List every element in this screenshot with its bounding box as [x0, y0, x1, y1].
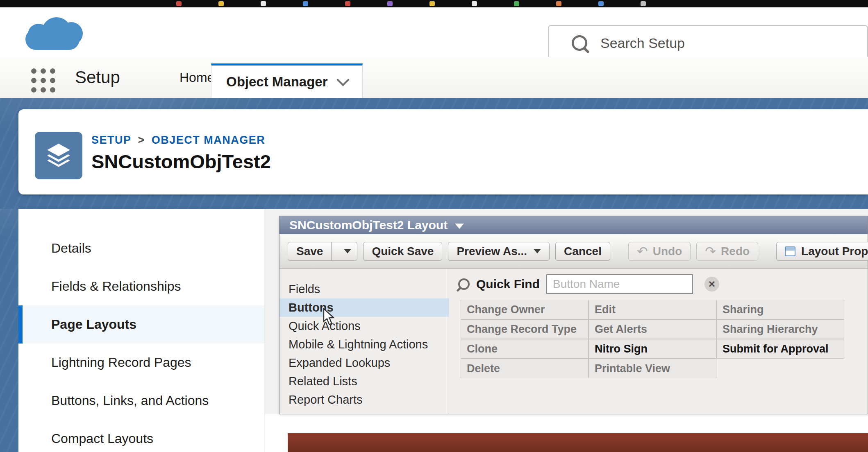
quick-find-input[interactable] [546, 274, 693, 294]
palette-category-expanded-lookups[interactable]: Expanded Lookups [279, 354, 449, 372]
quick-find-search-icon [458, 278, 470, 290]
sidebar-item-fields-relationships[interactable]: Fields & Relationships [18, 267, 264, 305]
favicon-dot [598, 1, 604, 6]
left-margin-strip [0, 209, 18, 452]
palette-button-clone[interactable]: Clone [461, 339, 589, 359]
setup-banner: SETUP > OBJECT MANAGER SNCustomObjTest2 [0, 98, 868, 209]
palette-category-buttons[interactable]: Buttons [279, 298, 449, 317]
search-icon [572, 35, 587, 51]
palette-button-label: Submit for Approval [723, 343, 829, 355]
favicon-row [176, 1, 646, 6]
favicon-dot [387, 1, 393, 6]
palette-button-label: Change Owner [467, 303, 545, 316]
sidebar-item-lightning-record-pages[interactable]: Lightning Record Pages [18, 344, 264, 382]
redo-button[interactable]: ↷ Redo [696, 242, 758, 261]
favicon-dot [261, 1, 266, 6]
save-dropdown-button[interactable] [332, 242, 357, 261]
breadcrumb-object-manager[interactable]: OBJECT MANAGER [152, 134, 266, 147]
palette-button-sharing[interactable]: Sharing [716, 300, 844, 319]
preview-as-button[interactable]: Preview As... [448, 242, 550, 261]
undo-button[interactable]: ↶ Undo [628, 242, 691, 261]
palette-button-submit-for-approval[interactable]: Submit for Approval [716, 339, 844, 359]
global-header [0, 7, 868, 57]
layout-properties-icon [785, 246, 795, 256]
setup-nav-bar: Setup Home Object Manager [0, 57, 868, 98]
palette-button-sharing-hierarchy[interactable]: Sharing Hierarchy [716, 319, 844, 339]
sidebar-item-label: Lightning Record Pages [51, 355, 191, 370]
favicon-dot [345, 1, 350, 6]
sidebar-item-buttons-links-and-actions[interactable]: Buttons, Links, and Actions [18, 382, 264, 420]
layout-properties-button[interactable]: Layout Properties [776, 242, 868, 261]
favicon-dot [514, 1, 519, 6]
palette-button-label: Sharing [723, 303, 764, 316]
palette-category-fields[interactable]: Fields [279, 280, 449, 298]
cancel-button[interactable]: Cancel [555, 242, 610, 261]
layout-editor: SNCustomObjTest2 Layout Save Quick Save … [279, 216, 868, 414]
caret-down-icon [455, 224, 464, 229]
palette-button-label: Nitro Sign [595, 343, 648, 355]
palette-category-label: Report Charts [289, 393, 363, 407]
palette-category-related-lists[interactable]: Related Lists [279, 372, 449, 391]
favicon-dot [472, 1, 477, 6]
redo-icon: ↷ [705, 245, 716, 258]
favicon-dot [429, 1, 435, 6]
layout-toolbar: Save Quick Save Preview As... Cancel ↶ U… [279, 234, 868, 269]
save-button[interactable]: Save [288, 242, 332, 261]
sidebar-item-label: Fields & Relationships [51, 279, 181, 294]
sidebar-item-label: Details [51, 241, 91, 256]
palette-button-label: Printable View [595, 362, 670, 375]
setup-search-box [548, 25, 868, 61]
breadcrumb-separator: > [138, 134, 145, 147]
app-launcher-icon[interactable] [31, 68, 55, 93]
palette-button-grid: Change Owner Edit Sharing Change Record … [461, 300, 844, 378]
clear-button[interactable]: × [704, 277, 719, 292]
layers-icon [43, 140, 74, 171]
section-header-bar [288, 433, 868, 452]
palette-button-label: Edit [595, 303, 616, 316]
palette-button-label: Change Record Type [467, 323, 577, 336]
palette-categories: Fields Buttons Quick Actions Mobile & Li… [279, 269, 449, 414]
chevron-down-icon [336, 73, 349, 86]
browser-topbar [0, 0, 868, 7]
tab-object-manager-label: Object Manager [226, 74, 328, 90]
save-split-button: Save [288, 242, 357, 261]
quick-find-label: Quick Find [476, 277, 540, 291]
palette-category-label: Fields [289, 282, 320, 296]
sidebar-item-page-layouts[interactable]: Page Layouts [18, 305, 264, 344]
favicon-dot [556, 1, 561, 6]
palette-category-mobile-lightning-actions[interactable]: Mobile & Lightning Actions [279, 335, 449, 354]
palette-button-get-alerts[interactable]: Get Alerts [589, 319, 716, 339]
sidebar-item-label: Compact Layouts [51, 431, 153, 446]
palette-button-change-record-type[interactable]: Change Record Type [461, 319, 589, 339]
setup-label: Setup [75, 57, 120, 98]
palette-button-edit[interactable]: Edit [589, 300, 716, 319]
palette-button-nitro-sign[interactable]: Nitro Sign [589, 339, 716, 359]
object-header-card: SETUP > OBJECT MANAGER SNCustomObjTest2 [18, 109, 868, 194]
search-input[interactable] [600, 35, 867, 52]
breadcrumb-setup[interactable]: SETUP [91, 134, 132, 147]
palette-button-change-owner[interactable]: Change Owner [461, 300, 589, 319]
quick-save-button[interactable]: Quick Save [363, 242, 442, 261]
favicon-dot [176, 1, 182, 6]
palette-category-label: Related Lists [289, 375, 357, 388]
object-sidebar: Details Fields & Relationships Page Layo… [18, 209, 264, 452]
tab-object-manager[interactable]: Object Manager [211, 63, 363, 98]
sidebar-item-details[interactable]: Details [18, 229, 264, 267]
mouse-cursor [322, 308, 337, 328]
palette-category-label: Expanded Lookups [289, 356, 390, 370]
layout-title-bar[interactable]: SNCustomObjTest2 Layout [279, 216, 868, 234]
palette-button-label: Get Alerts [595, 323, 647, 336]
undo-icon: ↶ [637, 245, 648, 258]
palette-category-report-charts[interactable]: Report Charts [279, 391, 449, 409]
caret-down-icon [534, 249, 541, 253]
palette-category-label: Mobile & Lightning Actions [289, 338, 428, 351]
object-icon [35, 132, 82, 179]
screen: Setup Home Object Manager SETUP > OBJECT… [0, 0, 868, 452]
palette-button-delete[interactable]: Delete [461, 359, 589, 378]
favicon-dot [641, 1, 646, 6]
sidebar-item-label: Buttons, Links, and Actions [51, 393, 209, 408]
palette-category-quick-actions[interactable]: Quick Actions [279, 317, 449, 335]
palette-button-printable-view[interactable]: Printable View [589, 359, 716, 378]
sidebar-item-compact-layouts[interactable]: Compact Layouts [18, 420, 264, 452]
breadcrumb: SETUP > OBJECT MANAGER [91, 134, 265, 147]
